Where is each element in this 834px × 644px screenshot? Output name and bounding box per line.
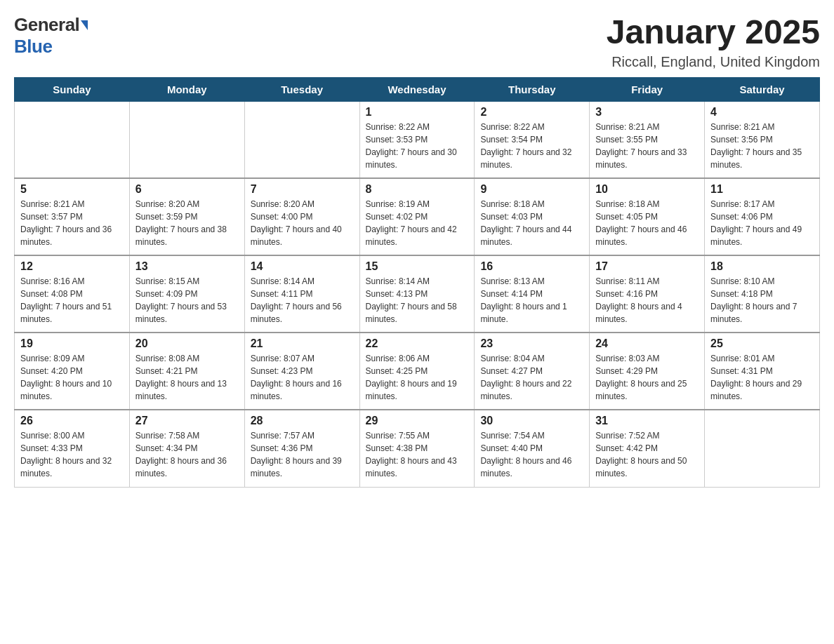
calendar-cell: 24Sunrise: 8:03 AMSunset: 4:29 PMDayligh… [590, 333, 705, 410]
calendar-cell [244, 101, 359, 178]
day-number: 20 [135, 337, 239, 350]
logo-blue-text: Blue [14, 36, 52, 57]
calendar-cell: 20Sunrise: 8:08 AMSunset: 4:21 PMDayligh… [129, 333, 244, 410]
day-number: 3 [595, 106, 699, 119]
calendar-header-tuesday: Tuesday [244, 77, 359, 101]
calendar-cell: 30Sunrise: 7:54 AMSunset: 4:40 PMDayligh… [475, 410, 590, 487]
day-number: 2 [480, 106, 583, 119]
day-number: 8 [366, 183, 469, 196]
day-info: Sunrise: 8:03 AMSunset: 4:29 PMDaylight:… [595, 352, 699, 403]
calendar-cell: 28Sunrise: 7:57 AMSunset: 4:36 PMDayligh… [244, 410, 359, 487]
day-info: Sunrise: 8:14 AMSunset: 4:13 PMDaylight:… [366, 275, 469, 326]
day-info: Sunrise: 8:21 AMSunset: 3:57 PMDaylight:… [20, 198, 124, 248]
day-number: 30 [480, 415, 583, 427]
day-info: Sunrise: 7:57 AMSunset: 4:36 PMDaylight:… [251, 429, 354, 480]
day-info: Sunrise: 8:09 AMSunset: 4:20 PMDaylight:… [20, 352, 124, 403]
calendar-header-friday: Friday [590, 77, 705, 101]
calendar-header-sunday: Sunday [15, 77, 130, 101]
day-number: 25 [710, 337, 814, 350]
day-number: 31 [595, 415, 699, 427]
calendar-cell: 7Sunrise: 8:20 AMSunset: 4:00 PMDaylight… [244, 178, 359, 255]
calendar-header-monday: Monday [129, 77, 244, 101]
logo-arrow-icon [81, 20, 88, 30]
calendar-cell: 11Sunrise: 8:17 AMSunset: 4:06 PMDayligh… [705, 178, 820, 255]
calendar-header-row: SundayMondayTuesdayWednesdayThursdayFrid… [15, 77, 820, 101]
day-info: Sunrise: 7:52 AMSunset: 4:42 PMDaylight:… [595, 429, 699, 480]
calendar-header-thursday: Thursday [475, 77, 590, 101]
day-number: 24 [595, 337, 699, 350]
day-number: 19 [20, 337, 124, 350]
page-subtitle: Riccall, England, United Kingdom [607, 54, 820, 70]
calendar-cell: 26Sunrise: 8:00 AMSunset: 4:33 PMDayligh… [15, 410, 130, 487]
calendar-cell: 6Sunrise: 8:20 AMSunset: 3:59 PMDaylight… [129, 178, 244, 255]
calendar-week-2: 5Sunrise: 8:21 AMSunset: 3:57 PMDaylight… [15, 178, 820, 255]
calendar-week-1: 1Sunrise: 8:22 AMSunset: 3:53 PMDaylight… [15, 101, 820, 178]
calendar-cell: 1Sunrise: 8:22 AMSunset: 3:53 PMDaylight… [359, 101, 475, 178]
day-number: 27 [135, 415, 239, 427]
calendar-cell: 8Sunrise: 8:19 AMSunset: 4:02 PMDaylight… [359, 178, 475, 255]
day-info: Sunrise: 8:13 AMSunset: 4:14 PMDaylight:… [480, 275, 583, 326]
calendar-week-4: 19Sunrise: 8:09 AMSunset: 4:20 PMDayligh… [15, 333, 820, 410]
day-info: Sunrise: 8:15 AMSunset: 4:09 PMDaylight:… [135, 275, 239, 326]
day-number: 5 [20, 183, 124, 196]
page-header: General Blue January 2025 Riccall, Engla… [14, 14, 820, 70]
calendar-cell: 18Sunrise: 8:10 AMSunset: 4:18 PMDayligh… [705, 255, 820, 333]
day-info: Sunrise: 8:08 AMSunset: 4:21 PMDaylight:… [135, 352, 239, 403]
day-info: Sunrise: 8:20 AMSunset: 4:00 PMDaylight:… [251, 198, 354, 248]
day-number: 7 [251, 183, 354, 196]
day-number: 23 [480, 337, 583, 350]
day-number: 10 [595, 183, 699, 196]
calendar-cell: 21Sunrise: 8:07 AMSunset: 4:23 PMDayligh… [244, 333, 359, 410]
calendar-cell: 9Sunrise: 8:18 AMSunset: 4:03 PMDaylight… [475, 178, 590, 255]
calendar-cell: 15Sunrise: 8:14 AMSunset: 4:13 PMDayligh… [359, 255, 475, 333]
calendar-cell: 27Sunrise: 7:58 AMSunset: 4:34 PMDayligh… [129, 410, 244, 487]
title-block: January 2025 Riccall, England, United Ki… [607, 14, 820, 70]
day-info: Sunrise: 8:22 AMSunset: 3:53 PMDaylight:… [366, 121, 469, 171]
calendar-cell: 14Sunrise: 8:14 AMSunset: 4:11 PMDayligh… [244, 255, 359, 333]
day-number: 17 [595, 260, 699, 273]
day-info: Sunrise: 8:22 AMSunset: 3:54 PMDaylight:… [480, 121, 583, 171]
calendar-cell: 4Sunrise: 8:21 AMSunset: 3:56 PMDaylight… [705, 101, 820, 178]
calendar-table: SundayMondayTuesdayWednesdayThursdayFrid… [14, 77, 820, 488]
calendar-cell: 22Sunrise: 8:06 AMSunset: 4:25 PMDayligh… [359, 333, 475, 410]
calendar-cell: 16Sunrise: 8:13 AMSunset: 4:14 PMDayligh… [475, 255, 590, 333]
day-info: Sunrise: 8:16 AMSunset: 4:08 PMDaylight:… [20, 275, 124, 326]
day-info: Sunrise: 8:21 AMSunset: 3:55 PMDaylight:… [595, 121, 699, 171]
calendar-cell [15, 101, 130, 178]
day-number: 21 [251, 337, 354, 350]
day-number: 6 [135, 183, 239, 196]
day-info: Sunrise: 8:06 AMSunset: 4:25 PMDaylight:… [366, 352, 469, 403]
day-number: 18 [710, 260, 814, 273]
day-info: Sunrise: 7:58 AMSunset: 4:34 PMDaylight:… [135, 429, 239, 480]
calendar-cell [705, 410, 820, 487]
day-number: 14 [251, 260, 354, 273]
day-info: Sunrise: 7:54 AMSunset: 4:40 PMDaylight:… [480, 429, 583, 480]
day-number: 26 [20, 415, 124, 427]
day-info: Sunrise: 8:14 AMSunset: 4:11 PMDaylight:… [251, 275, 354, 326]
day-info: Sunrise: 8:19 AMSunset: 4:02 PMDaylight:… [366, 198, 469, 248]
day-number: 11 [710, 183, 814, 196]
calendar-cell: 23Sunrise: 8:04 AMSunset: 4:27 PMDayligh… [475, 333, 590, 410]
calendar-header-wednesday: Wednesday [359, 77, 475, 101]
calendar-cell: 19Sunrise: 8:09 AMSunset: 4:20 PMDayligh… [15, 333, 130, 410]
day-info: Sunrise: 8:18 AMSunset: 4:05 PMDaylight:… [595, 198, 699, 248]
calendar-week-5: 26Sunrise: 8:00 AMSunset: 4:33 PMDayligh… [15, 410, 820, 487]
day-number: 29 [366, 415, 469, 427]
day-info: Sunrise: 8:07 AMSunset: 4:23 PMDaylight:… [251, 352, 354, 403]
day-number: 13 [135, 260, 239, 273]
page-title: January 2025 [607, 14, 820, 51]
logo-general-text: General [14, 14, 79, 36]
day-number: 15 [366, 260, 469, 273]
calendar-cell: 25Sunrise: 8:01 AMSunset: 4:31 PMDayligh… [705, 333, 820, 410]
day-number: 1 [366, 106, 469, 119]
day-info: Sunrise: 8:17 AMSunset: 4:06 PMDaylight:… [710, 198, 814, 248]
day-info: Sunrise: 8:18 AMSunset: 4:03 PMDaylight:… [480, 198, 583, 248]
calendar-cell: 29Sunrise: 7:55 AMSunset: 4:38 PMDayligh… [359, 410, 475, 487]
calendar-cell [129, 101, 244, 178]
calendar-week-3: 12Sunrise: 8:16 AMSunset: 4:08 PMDayligh… [15, 255, 820, 333]
day-info: Sunrise: 7:55 AMSunset: 4:38 PMDaylight:… [366, 429, 469, 480]
day-info: Sunrise: 8:11 AMSunset: 4:16 PMDaylight:… [595, 275, 699, 326]
day-info: Sunrise: 8:00 AMSunset: 4:33 PMDaylight:… [20, 429, 124, 480]
logo: General Blue [14, 14, 88, 58]
calendar-cell: 12Sunrise: 8:16 AMSunset: 4:08 PMDayligh… [15, 255, 130, 333]
